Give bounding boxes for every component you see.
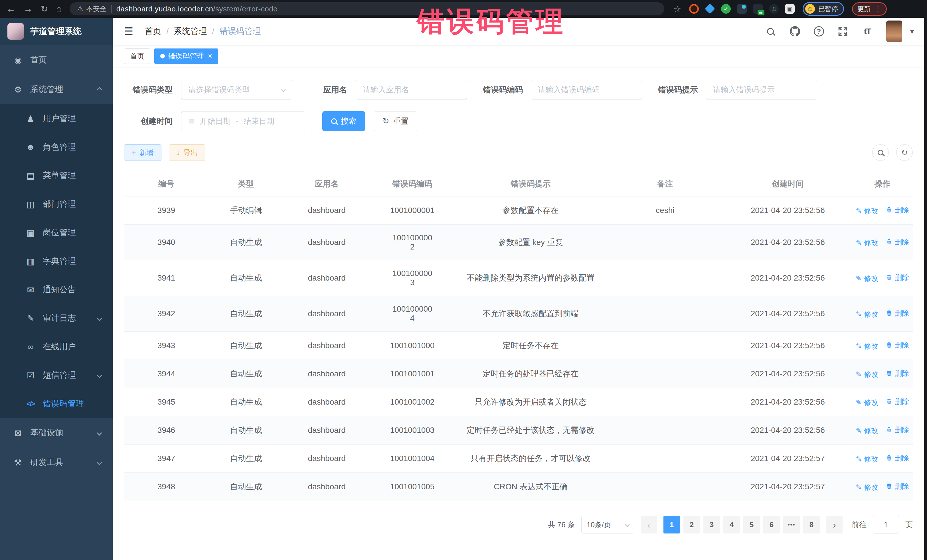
extension-puzzle-icon[interactable]: ▣ [785,4,795,14]
extension-orange-ring-icon[interactable] [689,4,699,14]
error-type-select[interactable]: 请选择错误码类型 [181,80,292,100]
delete-link[interactable]: 删除 [886,237,909,247]
search-icon[interactable] [765,26,776,37]
sidebar-item-错误码管理[interactable]: </>错误码管理 [0,390,112,418]
sidebar-item-岗位管理[interactable]: ▣岗位管理 [0,219,112,247]
edit-link[interactable]: ✎修改 [856,238,878,247]
edit-link[interactable]: ✎修改 [856,370,878,379]
sidebar-item-审计日志[interactable]: ✎审计日志 [0,304,112,332]
edit-link[interactable]: ✎修改 [856,341,878,351]
edit-link[interactable]: ✎修改 [856,206,878,216]
breadcrumb-home[interactable]: 首页 [144,26,161,37]
edit-link[interactable]: ✎修改 [856,454,878,464]
page-size-select[interactable]: 10条/页 [581,516,634,533]
cell-created: 2021-04-20 23:52:57 [723,473,852,501]
sidebar-item-通知公告[interactable]: ✉通知公告 [0,275,112,304]
delete-link[interactable]: 删除 [886,453,909,463]
sidebar-item-用户管理[interactable]: ♟用户管理 [0,104,112,133]
sidebar-item-角色管理[interactable]: ☻角色管理 [0,133,112,161]
sidebar-item-研发工具[interactable]: ⚒研发工具 [0,448,112,477]
tag-close-icon[interactable]: × [208,52,212,61]
toggle-search-button[interactable] [872,144,889,161]
cell-code: 1001001005 [370,473,454,501]
not-secure-warning[interactable]: ⚠ 不安全 [77,4,107,14]
tag-错误码管理[interactable]: 错误码管理× [154,49,218,64]
edit-link[interactable]: ✎修改 [856,483,878,492]
sidebar-item-部门管理[interactable]: ◫部门管理 [0,190,112,219]
refresh-table-button[interactable]: ↻ [896,144,913,161]
page-button-8[interactable]: 8 [803,516,820,533]
export-button[interactable]: ↓ 导出 [169,144,206,161]
edit-link[interactable]: ✎修改 [856,398,878,407]
bookmark-star-icon[interactable]: ☆ [673,4,681,14]
browser-forward-icon[interactable]: → [23,4,32,14]
cell-actions: ✎修改删除 [852,445,913,473]
browser-update-button[interactable]: 更新 ⋮ [852,2,887,16]
browser-back-icon[interactable]: ← [6,4,15,14]
app-logo[interactable]: 芋道管理系统 [0,18,112,45]
extension-on-badge-icon[interactable] [753,4,763,14]
sidebar-item-菜单管理[interactable]: ▤菜单管理 [0,161,112,190]
address-bar[interactable]: ⚠ 不安全 dashboard.yudao.iocoder.cn/system/… [70,2,664,15]
sidebar-item-短信管理[interactable]: ☑短信管理 [0,361,112,390]
add-button[interactable]: + 新增 [124,144,161,161]
fullscreen-icon[interactable] [837,26,849,37]
edit-link[interactable]: ✎修改 [856,310,878,319]
font-size-icon[interactable]: tT [862,26,873,37]
help-icon[interactable]: ? [814,26,824,36]
goto-page-input[interactable] [873,516,899,533]
sidebar-item-基础设施[interactable]: ⊠基础设施 [0,418,112,448]
page-ellipsis[interactable]: ••• [783,516,800,533]
extension-blue-diamond-icon[interactable] [705,4,715,14]
delete-link[interactable]: 删除 [886,397,909,406]
breadcrumb-current: 错误码管理 [219,26,261,37]
sidebar-item-首页[interactable]: ◉首页 [0,45,112,75]
page-buttons: 123456•••8 [663,516,820,533]
breadcrumb-system[interactable]: 系统管理 [174,26,207,37]
extension-green-check-icon[interactable]: ✓ [721,4,731,14]
delete-link[interactable]: 删除 [886,308,909,318]
delete-link[interactable]: 删除 [886,482,909,491]
next-page-button[interactable]: › [826,516,843,533]
edit-link[interactable]: ✎修改 [856,274,878,283]
delete-link[interactable]: 删除 [886,369,909,378]
extension-key-icon[interactable]: ⚿ [769,4,779,14]
date-range-picker[interactable]: ▦ 开始日期 - 结束日期 [181,111,305,131]
delete-link[interactable]: 删除 [886,425,909,434]
tag-首页[interactable]: 首页 [124,49,150,64]
page-button-1[interactable]: 1 [663,516,680,533]
reset-button[interactable]: ↻ 重置 [374,111,417,131]
cell-code: 1001001003 [370,416,454,445]
trash-icon [886,206,892,213]
delete-link[interactable]: 删除 [886,340,909,350]
sidebar-toggle-icon[interactable]: ☰ [124,25,133,37]
sidebar-item-字典管理[interactable]: ▥字典管理 [0,247,112,275]
delete-link[interactable]: 删除 [886,205,909,215]
page-button-2[interactable]: 2 [684,516,700,533]
date-separator: - [236,117,239,126]
cell-type: 自动生成 [208,445,284,473]
sidebar-item-系统管理[interactable]: ⚙系统管理 [0,75,112,104]
prev-page-button[interactable]: ‹ [641,516,657,533]
error-code-input[interactable] [538,85,635,94]
page-button-4[interactable]: 4 [723,516,740,533]
profile-avatar-icon: ☺ [805,4,815,14]
page-button-5[interactable]: 5 [743,516,760,533]
delete-link[interactable]: 删除 [886,273,909,282]
page-button-3[interactable]: 3 [704,516,720,533]
user-avatar[interactable] [886,21,902,42]
search-button[interactable]: 搜索 [322,111,365,131]
browser-reload-icon[interactable]: ↻ [41,4,48,14]
app-name-input[interactable] [363,85,460,94]
browser-menu-icon[interactable]: ⋮ [874,5,881,13]
profile-paused-badge[interactable]: ☺ 已暂停 [802,2,844,16]
error-hint-input[interactable] [713,85,810,94]
extension-grid-icon[interactable] [737,4,747,14]
edit-link[interactable]: ✎修改 [856,426,878,436]
table-row-3941: 3941自动生成dashboard100100000 3不能删除类型为系统内置的… [124,260,913,296]
github-icon[interactable] [789,26,801,37]
sidebar-item-在线用户[interactable]: ∞在线用户 [0,332,112,361]
browser-home-icon[interactable]: ⌂ [56,4,62,14]
avatar-caret-icon[interactable]: ▾ [910,27,914,36]
page-button-6[interactable]: 6 [763,516,780,533]
